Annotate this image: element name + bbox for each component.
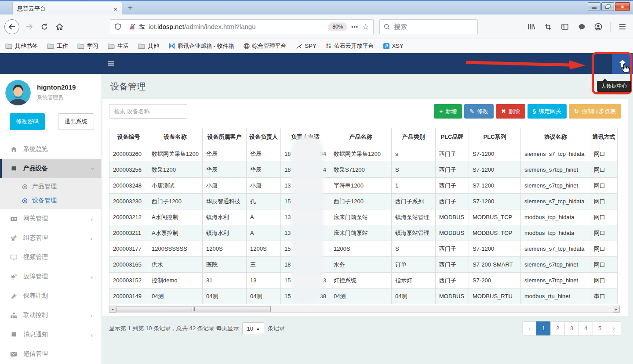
sidebar-item[interactable]: 保养计划 [0,286,101,306]
sidebar-toggle-button[interactable] [559,21,571,33]
permissions-icon[interactable] [138,23,146,30]
table-row[interactable]: 200003256数采1200华辰华辰184数采S71200S西门子S7-120… [109,162,618,178]
column-header[interactable]: PLC品牌 [436,128,469,146]
force-sync-button[interactable]: ↻强制同步点表 [569,104,621,119]
account-button[interactable] [592,21,604,33]
sidebar-item[interactable]: 产品设备‹ [0,159,101,178]
edit-button[interactable]: ✎修改 [464,104,494,119]
minimize-button[interactable] [588,2,600,11]
back-button[interactable] [4,19,19,34]
zoom-level-badge[interactable]: 80% [328,22,347,31]
page-button[interactable]: 5 [593,321,607,335]
sidebar-item[interactable]: 消息通知‹ [0,325,101,344]
bind-gateway-button[interactable]: §绑定网关 [528,104,567,119]
column-header[interactable]: 产品类别 [392,128,436,146]
menu-button[interactable] [616,21,629,33]
bookmark-item[interactable]: SPY [296,43,316,49]
shield-icon[interactable] [114,23,121,30]
column-header[interactable]: 设备负责人 [247,128,281,146]
bookmark-item[interactable]: 学习 [77,42,98,50]
tab-close-icon[interactable]: × [113,6,117,12]
table-row[interactable]: 200003212A水闸控制镇海水利A13庶来门前泵站镇海泵站管理MODBUSM… [109,209,618,225]
bookmark-item[interactable]: 其他 [138,42,159,50]
bookmark-item[interactable]: XSY [383,43,404,49]
table-row[interactable]: 200003165供水医院王18水务订单西门子S7-200-SMARTsieme… [109,257,618,273]
bookmark-item[interactable]: 萤石云开放平台 [326,42,374,50]
sidebar-item[interactable]: 短信管理 [0,344,101,364]
insecure-lock-icon[interactable] [129,23,136,30]
browser-search-box[interactable] [379,19,478,34]
scrollbar-track[interactable] [116,306,613,313]
add-button[interactable]: +新增 [434,104,462,119]
column-header[interactable]: 设备名称 [148,128,203,146]
delete-button[interactable]: ✖删除 [496,104,525,119]
bookmark-label: 萤石云开放平台 [334,42,374,50]
table-cell: MODBUS [436,209,469,225]
page-button[interactable]: 3 [564,321,579,335]
table-cell: siemens_s7tcp_hinet [521,257,590,273]
restore-button[interactable] [601,2,614,11]
page-button[interactable]: 1 [536,321,551,335]
change-password-button[interactable]: 修改密码 [10,113,45,130]
forward-button[interactable] [23,20,36,33]
table-row[interactable]: 200003152控制demo3113153灯控系统指示灯西门子S7-200si… [109,273,618,288]
table-row[interactable]: 200003248小唐测试小唐小唐13字符串12001西门子S7-1200sie… [109,178,618,194]
bookmark-item[interactable]: 生活 [108,42,129,50]
column-header[interactable]: 设备所属客户 [203,128,247,146]
table-row[interactable]: 2000031771200SSSSSS1200S1200S151200SS西门子… [109,241,618,257]
scrollbar-thumb[interactable] [116,306,271,312]
sidebar-item-label: 联动控制 [23,311,48,319]
sidebar-subitem[interactable]: 产品管理 [0,180,101,194]
column-header[interactable]: 设备编号 [109,128,148,146]
browser-search-input[interactable] [393,22,473,31]
prev-page-button[interactable]: ‹ [522,321,537,335]
home-button[interactable] [53,20,66,33]
url-text[interactable]: iot.idosp.net/admin/index.html?langu [149,23,328,30]
sidebar-item[interactable]: 故障管理‹ [0,267,101,286]
table-cell: 西门子 [436,273,469,288]
page-actions-icon[interactable]: ••• [351,24,358,30]
logout-button[interactable]: 退出系统 [58,113,94,130]
next-page-button[interactable]: › [607,321,621,335]
page-button[interactable]: 2 [550,321,565,335]
bookmark-item[interactable]: 其他书签 [5,42,38,50]
sidebar-subitem[interactable]: 设备管理 [0,194,101,208]
bookmark-item[interactable]: 腾讯企业邮箱 - 收件箱 [168,42,234,50]
sidebar-menu: 系统总览产品设备‹产品管理设备管理网关管理‹组态管理‹视频管理故障管理‹保养计划… [0,140,101,364]
bookmark-item[interactable]: 综合管理平台 [244,42,287,50]
sitemap-icon [10,313,18,318]
table-row[interactable]: 200003211A水泵控制镇海水利A13庶来门前泵站镇海泵站管理MODBUSM… [109,225,618,241]
column-header[interactable]: 产品名称 [330,128,392,146]
table-row[interactable]: 200003260数据网关采集1200华辰华辰1804数据网关采集1200s西门… [109,146,618,162]
avatar[interactable] [5,80,31,105]
column-header[interactable]: 通讯方式 [590,128,618,146]
url-bar[interactable]: iot.idosp.net/admin/index.html?langu 80%… [110,19,374,34]
table-row[interactable]: 200003230西门子1200华辰智通科技孔15西门子1200西门子系列西门子… [109,194,618,209]
sidebar-item[interactable]: 视频管理 [0,248,101,267]
library-button[interactable] [525,21,538,33]
device-search-input[interactable] [109,104,187,119]
sidebar-item[interactable]: 网关管理‹ [0,209,101,228]
column-header[interactable]: PLC系列 [469,128,521,146]
bookmark-item[interactable]: 工作 [47,42,68,50]
horizontal-scrollbar[interactable]: ◄ ► [109,306,620,313]
browser-tab[interactable]: 思普云平台 × [12,2,122,15]
sidebar-item[interactable]: 联动控制‹ [0,306,101,325]
table-row[interactable]: 20000314904测04测04测153804测04测MODBUSMODBUS… [109,288,618,304]
sidebar-item[interactable]: 组态管理‹ [0,228,101,248]
column-header[interactable]: 协议名称 [521,128,590,146]
scroll-left-button[interactable]: ◄ [109,306,116,313]
messages-button[interactable] [575,21,588,33]
screenshot-button[interactable] [542,21,554,33]
page-size-dropdown[interactable]: 10 ▲ [242,322,264,335]
reload-button[interactable] [38,20,51,33]
close-button[interactable]: × [615,2,630,11]
sidebar-item[interactable]: 系统总览 [0,140,101,159]
new-tab-button[interactable]: + [127,3,133,13]
table-cell: 04测 [392,288,436,304]
scroll-right-button[interactable]: ► [613,306,620,313]
page-button[interactable]: 4 [578,321,593,335]
bookmark-star-icon[interactable]: ☆ [362,23,369,31]
sidebar-collapse-button[interactable] [108,61,114,68]
table-cell: 西门子1200 [148,194,203,209]
